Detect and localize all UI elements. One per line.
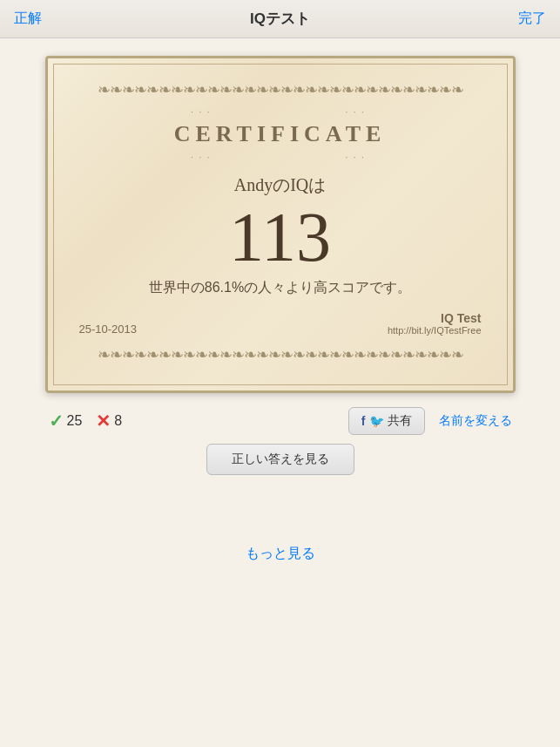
cert-footer: 25-10-2013 IQ Test http://bit.ly/IQTestF… <box>79 311 482 336</box>
share-label: 共有 <box>388 413 412 429</box>
nav-left-button[interactable]: 正解 <box>14 10 42 28</box>
answers-btn-row: 正しい答えを見る <box>45 444 516 475</box>
cert-title-area: ··· ··· Certificate ··· ··· <box>79 105 482 163</box>
x-icon: ✕ <box>96 411 111 431</box>
cert-title-text: Certificate <box>79 121 482 147</box>
more-label[interactable]: もっと見る <box>246 546 315 560</box>
twitter-icon: 🐦 <box>369 414 384 428</box>
correct-count: 25 <box>67 413 83 429</box>
nav-title: IQテスト <box>250 9 310 29</box>
more-section: もっと見る <box>246 545 315 563</box>
nav-bar: 正解 IQテスト 完了 <box>0 0 560 38</box>
cert-dots-bottom: ··· ··· <box>79 151 482 163</box>
cert-name-line: AndyのIQは <box>79 173 482 197</box>
share-button[interactable]: f 🐦 共有 <box>348 407 425 435</box>
cert-branding: IQ Test http://bit.ly/IQTestFree <box>388 311 482 336</box>
cert-bottom-deco: ❧❧❧❧❧❧❧❧❧❧❧❧❧❧❧❧❧❧❧❧❧❧❧❧❧❧❧❧❧❧ <box>79 346 482 365</box>
wrong-count: 8 <box>114 413 122 429</box>
check-icon: ✓ <box>49 411 64 431</box>
change-name-button[interactable]: 名前を変える <box>439 413 512 429</box>
cert-brand-name: IQ Test <box>388 311 482 325</box>
stats-correct: ✓ 25 <box>49 411 83 431</box>
see-answers-button[interactable]: 正しい答えを見る <box>206 444 354 475</box>
cert-iq-number: 113 <box>79 202 482 272</box>
cert-date: 25-10-2013 <box>79 323 138 336</box>
cert-score-text: 世界中の86.1%の人々より高スコアです。 <box>79 279 482 297</box>
facebook-icon: f <box>361 414 366 428</box>
cert-dots-top: ··· ··· <box>79 105 482 118</box>
nav-right-button[interactable]: 完了 <box>518 10 546 28</box>
stats-wrong: ✕ 8 <box>96 411 122 431</box>
cert-top-deco: ❧❧❧❧❧❧❧❧❧❧❧❧❧❧❧❧❧❧❧❧❧❧❧❧❧❧❧❧❧❧ <box>79 81 482 100</box>
cert-brand-url: http://bit.ly/IQTestFree <box>388 325 482 336</box>
main-content: ❧❧❧❧❧❧❧❧❧❧❧❧❧❧❧❧❧❧❧❧❧❧❧❧❧❧❧❧❧❧ ··· ··· C… <box>0 38 560 581</box>
stats-row: ✓ 25 ✕ 8 f 🐦 共有 名前を変える <box>45 407 516 435</box>
certificate: ❧❧❧❧❧❧❧❧❧❧❧❧❧❧❧❧❧❧❧❧❧❧❧❧❧❧❧❧❧❧ ··· ··· C… <box>45 56 516 393</box>
